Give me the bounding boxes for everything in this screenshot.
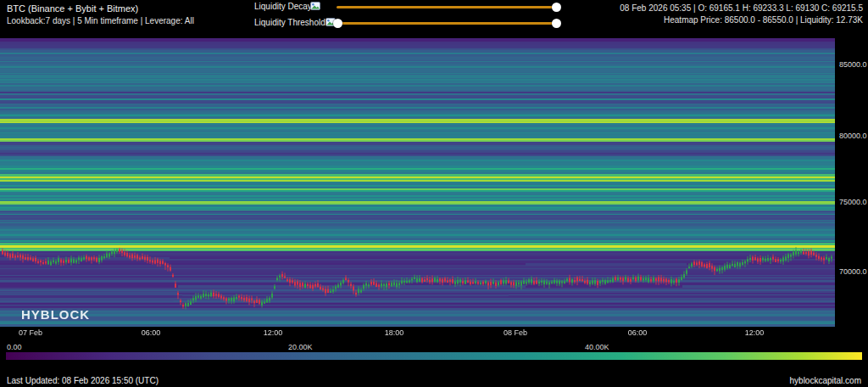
hyblock-watermark: HYBLOCK [21,307,90,322]
liquidity-threshold-slider-handle-min[interactable] [333,19,342,28]
time-tick-label: 18:00 [385,328,404,337]
price-tick-label: 70000.0 [839,267,867,276]
price-tick-label: 80000.0 [839,132,867,140]
colorbar-tick-label: 0.00 [7,343,22,351]
liquidity-decay-slider-track[interactable] [337,6,559,8]
liquidity-decay-icon [310,2,320,10]
liquidity-decay-label: Liquidity Decay [254,2,312,11]
chart-title: BTC (Binance + Bybit + Bitmex) [7,3,138,14]
colorbar-tick-label: 40.00K [585,343,609,351]
liquidity-threshold-label: Liquidity Threshold [254,18,326,27]
time-tick-label: 06:00 [142,328,161,337]
time-tick-label: 12:00 [264,328,283,337]
price-tick-label: 75000.0 [839,198,867,206]
liquidity-colorbar [6,352,862,360]
colorbar-tick-label: 20.00K [288,343,313,351]
price-tick-label: 85000.0 [839,60,867,69]
header-bar: BTC (Binance + Bybit + Bitmex) Lookback:… [0,0,868,38]
last-updated-text: Last Updated: 08 Feb 2026 15:50 (UTC) [7,376,159,385]
heatmap-price-readout: Heatmap Price: 86500.0 - 86550.0 | Liqui… [664,15,863,25]
time-tick-label: 12:00 [745,328,765,337]
time-tick-label: 06:00 [628,328,648,337]
ohlc-readout: 08 Feb 2026 05:35 | O: 69165.1 H: 69233.… [620,3,863,14]
site-link[interactable]: hyblockcapital.com [790,376,861,385]
chart-settings-summary: Lookback:7 days | 5 Min timeframe | Leve… [7,16,194,26]
liquidity-heatmap-canvas[interactable] [0,38,835,327]
time-tick-label: 07 Feb [19,328,42,337]
liquidity-threshold-slider-track[interactable] [337,22,559,25]
liquidity-threshold-slider-handle-max[interactable] [552,19,561,28]
time-tick-label: 08 Feb [504,328,527,337]
liquidity-decay-slider-handle[interactable] [552,3,561,12]
